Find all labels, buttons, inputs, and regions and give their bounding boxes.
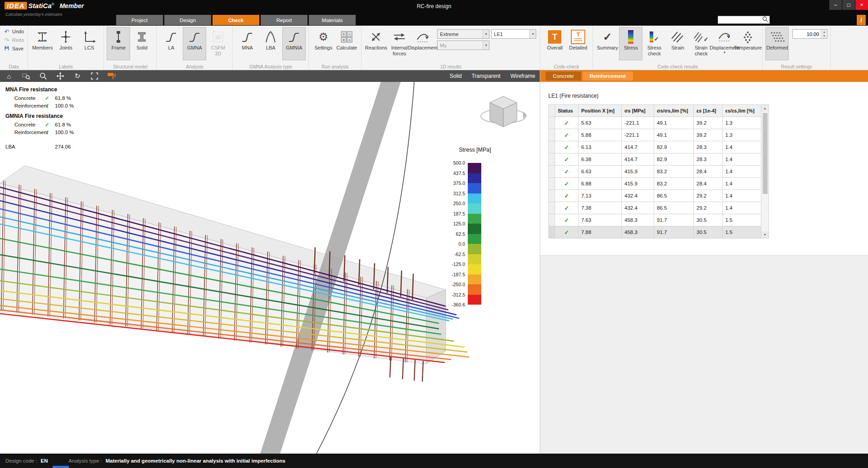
tab-project[interactable]: Project: [116, 15, 163, 25]
load-case-dropdown[interactable]: LE1▾: [491, 29, 536, 39]
zoom-icon[interactable]: [39, 72, 48, 81]
svg-text:=: =: [348, 38, 351, 42]
summary-button[interactable]: ✓ Summary: [596, 27, 619, 60]
column-header[interactable]: εs/εs,lim [%]: [723, 105, 761, 117]
frame-label: Frame: [111, 45, 126, 51]
table-row[interactable]: ✓7.13432.486.529.21.4: [549, 190, 761, 202]
table-row[interactable]: ✓7.88458.391.730.51.5: [549, 226, 761, 238]
la-curve-icon: [164, 29, 178, 45]
maximize-button[interactable]: □: [842, 0, 855, 10]
table-cell: 1.4: [723, 202, 761, 214]
detailed-button[interactable]: T Detailed: [566, 27, 590, 60]
table-row[interactable]: ✓5.88-221.149.139.21.3: [549, 129, 761, 141]
minimize-button[interactable]: –: [829, 0, 842, 10]
internal-forces-button[interactable]: Internal forces: [388, 27, 411, 60]
tab-materials[interactable]: Materials: [309, 15, 356, 25]
table-row[interactable]: ✓7.38432.486.529.21.4: [549, 202, 761, 214]
settings-button[interactable]: ⚙ Settings: [312, 27, 335, 60]
mna-button[interactable]: MNA: [235, 27, 259, 60]
table-cell: 86.5: [654, 202, 694, 214]
calculate-button[interactable]: +−×= Calculate: [335, 27, 358, 60]
results-table: StatusPosition X [m]σs [MPa]σs/σs,lim [%…: [548, 104, 761, 238]
3d-viewport[interactable]: MNA Fire resistance Concrete✓61.8 % Rein…: [0, 82, 540, 454]
stress-check-button[interactable]: ✓ Stress check: [642, 27, 666, 60]
frame-button[interactable]: Frame: [107, 27, 130, 60]
gmna-button[interactable]: GMNA: [183, 27, 206, 60]
close-button[interactable]: ×: [855, 0, 868, 10]
overall-button[interactable]: T Overall: [543, 27, 566, 60]
info-button[interactable]: i: [857, 15, 866, 25]
rotate-icon[interactable]: ↻: [73, 72, 82, 81]
search-input[interactable]: [718, 16, 770, 24]
solid-button[interactable]: Solid: [130, 27, 154, 60]
column-header[interactable]: σs/σs,lim [%]: [654, 105, 694, 117]
table-row[interactable]: ✓5.63-221.149.139.21.3: [549, 117, 761, 129]
table-cell: 29.2: [694, 190, 723, 202]
table-cell: 39.2: [694, 117, 723, 129]
view-mode-solid[interactable]: Solid: [450, 73, 462, 79]
view-mode-wireframe[interactable]: Wireframe: [511, 73, 535, 79]
column-header[interactable]: σs [MPa]: [622, 105, 654, 117]
scale-up-button[interactable]: ▲: [821, 30, 827, 34]
scroll-up-icon[interactable]: ▲: [761, 105, 769, 112]
temperature-button[interactable]: Temperature: [736, 27, 760, 60]
tab-concrete[interactable]: Concrete: [546, 72, 581, 81]
pan-icon[interactable]: [56, 72, 65, 81]
registered-mark: ®: [52, 2, 54, 6]
strain-check-button[interactable]: ✓ Strain check: [689, 27, 713, 60]
my-dropdown[interactable]: My▾: [437, 40, 489, 50]
ribbon-group-run-analysis: ⚙ Settings +−×= Calculate Run analysis: [309, 26, 362, 70]
group-label-1d-results: 1D results: [362, 64, 540, 69]
home-view-icon[interactable]: ⌂: [5, 72, 14, 81]
check-icon: ✓: [45, 95, 55, 101]
column-header[interactable]: Position X [m]: [579, 105, 622, 117]
solid-label: Solid: [136, 45, 147, 51]
lba-curve-icon: [263, 29, 278, 45]
table-cell: 1.4: [723, 178, 761, 190]
table-cell: 28.3: [694, 153, 723, 166]
table-row[interactable]: ✓6.13414.782.928.31.4: [549, 141, 761, 153]
scroll-down-icon[interactable]: ▼: [761, 231, 769, 238]
table-scrollbar[interactable]: ▲ ▼: [761, 104, 769, 238]
scrollbar-thumb[interactable]: [763, 113, 768, 194]
scale-down-button[interactable]: ▼: [821, 34, 827, 39]
table-row[interactable]: ✓7.63458.391.730.51.5: [549, 214, 761, 226]
la-button[interactable]: LA: [159, 27, 183, 60]
tab-design[interactable]: Design: [164, 15, 211, 25]
gmnia-button[interactable]: GMNIA: [282, 27, 306, 60]
group-label-data: Data: [0, 64, 27, 69]
members-button[interactable]: Members: [31, 27, 54, 60]
displacement-results-button[interactable]: Displacement ▾: [713, 27, 736, 60]
view-mode-transparent[interactable]: Transparent: [471, 73, 500, 79]
tab-reinforcement[interactable]: Reinforcement: [583, 72, 633, 81]
scale-stepper[interactable]: 10.00 ▲ ▼: [792, 29, 827, 39]
table-cell: -221.1: [622, 117, 654, 129]
csfm3d-button[interactable]: 3D CSFM 3D: [206, 27, 230, 60]
paint-results-icon[interactable]: [107, 72, 116, 81]
reactions-button[interactable]: Reactions: [364, 27, 388, 60]
extreme-dropdown[interactable]: Extreme▾: [437, 29, 489, 39]
joints-button[interactable]: Joints: [54, 27, 77, 60]
save-button[interactable]: Save: [3, 45, 25, 52]
zoom-window-icon[interactable]: [22, 72, 31, 81]
tab-report[interactable]: Report: [261, 15, 307, 25]
undo-button[interactable]: ↶Undo: [3, 28, 25, 35]
table-row[interactable]: ✓6.63415.983.228.41.4: [549, 166, 761, 178]
navigation-cube[interactable]: [476, 88, 532, 135]
redo-button[interactable]: ↷Redo: [3, 37, 25, 44]
stress-button[interactable]: Stress: [619, 27, 642, 60]
tab-check[interactable]: Check: [212, 15, 259, 25]
deformed-button[interactable]: Deformed: [765, 27, 789, 60]
table-row[interactable]: ✓6.38414.782.928.31.4: [549, 153, 761, 166]
table-row[interactable]: ✓6.88415.983.228.41.4: [549, 178, 761, 190]
fit-view-icon[interactable]: [90, 72, 99, 81]
column-header[interactable]: εs [1e-4]: [694, 105, 723, 117]
column-header[interactable]: Status: [555, 105, 579, 117]
strain-button[interactable]: Strain: [666, 27, 689, 60]
table-cell: 458.3: [622, 214, 654, 226]
lba-button[interactable]: LBA: [259, 27, 282, 60]
lcs-button[interactable]: LCS: [77, 27, 101, 60]
taskbar-peek: [53, 466, 69, 468]
displacement-button[interactable]: Displacement: [411, 27, 434, 60]
frame-icon: [111, 29, 126, 45]
